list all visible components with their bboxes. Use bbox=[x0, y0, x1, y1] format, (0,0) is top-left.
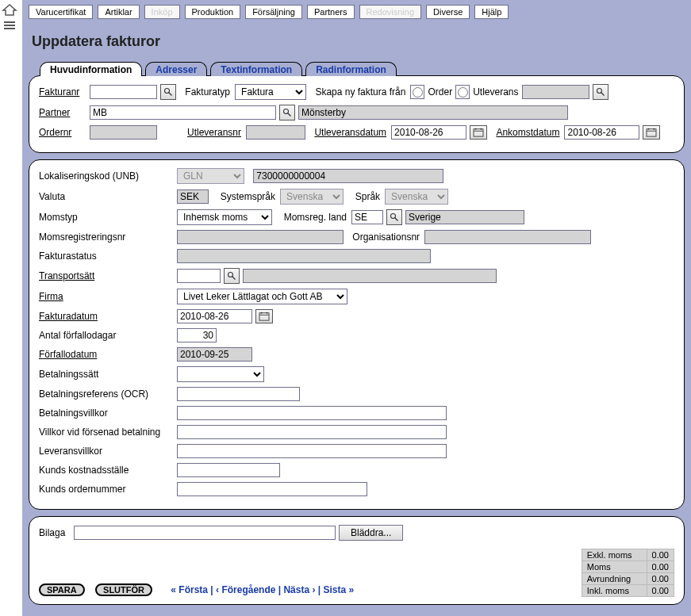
svg-line-18 bbox=[395, 218, 398, 221]
antal-forfallodagar-label: Antal förfallodagar bbox=[39, 330, 174, 341]
body-panel: Lokaliseringskod (UNB) GLN 7300000000004… bbox=[29, 159, 685, 510]
fakturanr-lookup-button[interactable] bbox=[160, 84, 176, 100]
radio-utleverans[interactable] bbox=[458, 87, 468, 98]
pager-prev[interactable]: ‹ Föregående bbox=[216, 584, 275, 595]
transportsatt-lookup-button[interactable] bbox=[224, 268, 240, 284]
transportsatt-code-input[interactable] bbox=[177, 269, 221, 283]
utleveransnr-label: Utleveransnr bbox=[187, 127, 241, 138]
fakturadatum-calendar-button[interactable] bbox=[255, 309, 273, 323]
firma-select[interactable]: Livet Leker Lättlagat och Gott AB bbox=[177, 289, 347, 304]
radio-order[interactable] bbox=[413, 87, 423, 98]
ankomstdatum-calendar-button[interactable] bbox=[643, 125, 660, 140]
topbar: VarucertifikatArtiklarInköpProduktionFör… bbox=[29, 5, 685, 27]
ankomstdatum-label: Ankomstdatum bbox=[496, 127, 559, 138]
partner-label: Partner bbox=[39, 107, 86, 118]
bilaga-input[interactable] bbox=[74, 526, 336, 540]
topbar-item-4[interactable]: Försäljning bbox=[245, 5, 302, 19]
fakturastatus-ro bbox=[177, 249, 431, 263]
browse-button[interactable]: Bläddra... bbox=[339, 525, 403, 541]
systemsprak-label: Systemspråk bbox=[221, 191, 275, 202]
ordernr-ro bbox=[90, 125, 157, 140]
antal-forfallodagar-input[interactable] bbox=[177, 328, 217, 342]
fakturanr-input[interactable] bbox=[90, 85, 157, 99]
skapa-label: Skapa ny faktura från bbox=[315, 86, 405, 98]
lokaliseringskod-ro: 7300000000004 bbox=[253, 169, 443, 183]
momsregistreringsnr-label: Momsregistreringsnr bbox=[39, 231, 174, 243]
fakturadatum-input[interactable] bbox=[177, 309, 252, 323]
svg-line-20 bbox=[232, 277, 236, 280]
lokaliseringskod-label: Lokaliseringskod (UNB) bbox=[39, 170, 174, 182]
momsreg-land-name-ro: Sverige bbox=[405, 210, 524, 224]
sprak-label: Språk bbox=[355, 191, 380, 202]
fakturanr-label: Fakturanr bbox=[39, 86, 86, 98]
svg-point-3 bbox=[165, 89, 170, 94]
save-button[interactable]: SPARA bbox=[39, 583, 85, 596]
betalningssatt-select[interactable] bbox=[177, 366, 264, 382]
svg-line-6 bbox=[601, 93, 604, 96]
menu-icon[interactable] bbox=[2, 19, 17, 32]
leveransvillkor-input[interactable] bbox=[177, 444, 447, 458]
kunds-kostnadsstalle-input[interactable] bbox=[177, 463, 280, 477]
partner-lookup-button[interactable] bbox=[279, 105, 295, 121]
ankomstdatum-input[interactable] bbox=[564, 125, 639, 140]
source-lookup-button[interactable] bbox=[593, 84, 608, 100]
betalningsvillkor-input[interactable] bbox=[177, 406, 447, 420]
fakturatyp-label: Fakturatyp bbox=[185, 86, 230, 98]
betalningsvillkor-label: Betalningsvillkor bbox=[39, 407, 174, 419]
pager-first[interactable]: « Första bbox=[171, 584, 208, 595]
footer-panel: Bilaga Bläddra... Exkl. moms0.00 Moms0.0… bbox=[29, 516, 685, 605]
utleveransnr-ro bbox=[246, 125, 305, 140]
tab-1[interactable]: Adresser bbox=[145, 62, 207, 76]
valuta-ro: SEK bbox=[177, 189, 209, 204]
momstyp-select[interactable]: Inhemsk moms bbox=[177, 209, 272, 225]
header-panel: Fakturanr Fakturatyp Faktura Skapa ny fa… bbox=[29, 75, 685, 153]
svg-point-7 bbox=[284, 109, 289, 114]
topbar-item-8[interactable]: Hjälp bbox=[474, 5, 509, 19]
pager-last[interactable]: Sista » bbox=[324, 584, 355, 595]
topbar-item-2: Inköp bbox=[144, 5, 180, 19]
partner-code-input[interactable] bbox=[90, 105, 276, 120]
source-ro bbox=[522, 85, 589, 99]
organisationsnr-label: Organisationsnr bbox=[352, 231, 420, 243]
svg-rect-9 bbox=[474, 129, 483, 136]
betalningsreferens-input[interactable] bbox=[177, 387, 300, 401]
complete-button[interactable]: SLUTFÖR bbox=[95, 583, 152, 596]
topbar-item-0[interactable]: Varucertifikat bbox=[29, 5, 93, 19]
svg-rect-21 bbox=[259, 313, 269, 320]
pager-next[interactable]: Nästa › bbox=[283, 584, 315, 595]
svg-rect-13 bbox=[647, 129, 656, 136]
totals-table: Exkl. moms0.00 Moms0.00 Avrundning0.00 I… bbox=[582, 549, 674, 597]
tab-2[interactable]: Textinformation bbox=[210, 62, 302, 76]
utleveransdatum-input[interactable] bbox=[391, 125, 466, 140]
page-title: Uppdatera fakturor bbox=[32, 33, 681, 50]
betalningsreferens-label: Betalningsreferens (OCR) bbox=[39, 388, 174, 400]
topbar-item-7[interactable]: Diverse bbox=[426, 5, 470, 19]
villkor-forsenad-label: Villkor vid försenad betalning bbox=[39, 427, 174, 438]
bilaga-label: Bilaga bbox=[39, 527, 71, 538]
leveransvillkor-label: Leveransvillkor bbox=[39, 446, 174, 457]
svg-point-19 bbox=[228, 273, 233, 277]
topbar-item-1[interactable]: Artiklar bbox=[98, 5, 139, 19]
villkor-forsenad-input[interactable] bbox=[177, 425, 447, 439]
fakturatyp-select[interactable]: Faktura bbox=[235, 84, 306, 100]
momsreg-land-lookup-button[interactable] bbox=[386, 209, 402, 225]
kunds-ordernummer-input[interactable] bbox=[177, 482, 367, 496]
topbar-item-5[interactable]: Partners bbox=[307, 5, 355, 19]
forfallodatum-label: Förfallodatum bbox=[39, 349, 174, 360]
utleveransdatum-calendar-button[interactable] bbox=[470, 125, 487, 140]
sprak-select: Svenska bbox=[385, 189, 448, 205]
radio-utleverans-label: Utleverans bbox=[473, 86, 518, 98]
partner-name-ro: Mönsterby bbox=[298, 105, 568, 120]
home-icon[interactable] bbox=[2, 3, 17, 16]
forfallodatum-ro: 2010-09-25 bbox=[177, 347, 252, 362]
svg-point-17 bbox=[391, 214, 396, 219]
svg-line-4 bbox=[169, 93, 172, 96]
tab-3[interactable]: Radinformation bbox=[305, 62, 397, 76]
radio-order-label: Order bbox=[428, 86, 452, 98]
momsreg-land-code-input[interactable] bbox=[351, 210, 383, 224]
tabs: HuvudinformationAdresserTextinformationR… bbox=[40, 61, 685, 75]
tab-0[interactable]: Huvudinformation bbox=[40, 62, 142, 76]
firma-label: Firma bbox=[39, 291, 174, 302]
pager: « Första | ‹ Föregående | Nästa › | Sist… bbox=[171, 584, 354, 595]
topbar-item-3[interactable]: Produktion bbox=[185, 5, 241, 19]
